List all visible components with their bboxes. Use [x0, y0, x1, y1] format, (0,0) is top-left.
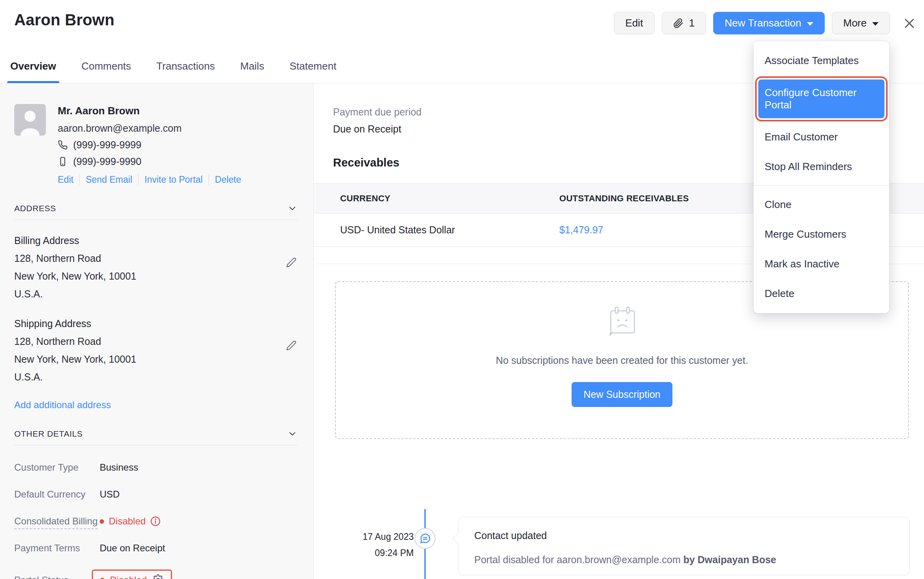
avatar	[14, 104, 46, 136]
consolidated-billing-label[interactable]: Consolidated Billing	[14, 516, 100, 527]
billing-address-line: U.S.A.	[14, 285, 297, 303]
payment-terms-value: Due on Receipt	[100, 543, 165, 554]
menu-divider	[754, 185, 889, 186]
payment-due-period-label: Payment due period	[333, 106, 422, 118]
other-details-section-title: OTHER DETAILS	[14, 429, 83, 439]
timeline-event-card: Contact updated Portal disabled for aaro…	[458, 517, 910, 575]
mobile-phone: (999)-999-9990	[73, 156, 141, 167]
status-dot	[100, 519, 104, 524]
shipping-address-block: Shipping Address 128, Northern Road New …	[14, 315, 297, 386]
tab-statement[interactable]: Statement	[289, 60, 337, 83]
chevron-down-icon	[807, 22, 813, 26]
menu-item-merge-customers[interactable]: Merge Customers	[754, 219, 889, 249]
shipping-address-line: New York, New York, 10001	[14, 350, 297, 368]
portal-status-value: Disabled	[110, 575, 147, 579]
send-email-link[interactable]: Send Email	[80, 174, 138, 185]
timeline-event-actor: by Dwaipayan Bose	[683, 554, 776, 565]
gear-icon[interactable]	[152, 574, 164, 579]
default-currency-value: USD	[100, 489, 120, 500]
default-currency-label: Default Currency	[14, 489, 100, 500]
shipping-address-line: 128, Northern Road	[14, 333, 297, 350]
phone-icon	[58, 140, 68, 150]
chevron-down-icon	[872, 22, 879, 26]
timeline-card-notch	[453, 533, 464, 544]
address-section-header[interactable]: ADDRESS	[14, 203, 297, 214]
contact-email: aaron.brown@example.com	[58, 123, 247, 134]
more-button-label: More	[843, 17, 867, 29]
tab-mails[interactable]: Mails	[239, 60, 265, 83]
customer-details-sidebar: Mr. Aaron Brown aaron.brown@example.com …	[0, 83, 314, 579]
attachment-count: 1	[689, 17, 695, 29]
invite-to-portal-link[interactable]: Invite to Portal	[138, 174, 208, 185]
billing-address-block: Billing Address 128, Northern Road New Y…	[14, 232, 297, 303]
tab-comments[interactable]: Comments	[81, 60, 132, 83]
address-section-title: ADDRESS	[14, 204, 56, 213]
consolidated-billing-row: Consolidated Billing Disabled	[14, 516, 297, 527]
portal-status-row: Portal Status Disabled	[14, 570, 297, 579]
menu-item-email-customer[interactable]: Email Customer	[754, 122, 889, 152]
close-icon[interactable]	[903, 17, 916, 30]
billing-address-title: Billing Address	[14, 232, 297, 250]
edit-button[interactable]: Edit	[614, 12, 655, 34]
contact-name: Mr. Aaron Brown	[58, 105, 247, 117]
shipping-address-title: Shipping Address	[14, 315, 297, 333]
payment-terms-label: Payment Terms	[14, 543, 100, 554]
outstanding-amount-link[interactable]: $1,479.97	[559, 224, 603, 236]
new-subscription-button[interactable]: New Subscription	[572, 382, 672, 407]
menu-item-stop-all-reminders[interactable]: Stop All Reminders	[754, 152, 889, 182]
tab-overview[interactable]: Overview	[9, 60, 57, 83]
empty-subscriptions-message: No subscriptions have been created for t…	[496, 355, 748, 366]
currency-column-header: CURRENCY	[314, 193, 559, 204]
tab-transactions[interactable]: Transactions	[155, 60, 216, 83]
pencil-icon[interactable]	[286, 257, 297, 268]
chevron-down-icon	[287, 429, 297, 439]
timeline-date: 17 Aug 2023	[322, 532, 414, 542]
new-transaction-label: New Transaction	[725, 17, 801, 29]
shipping-address-line: U.S.A.	[14, 368, 297, 386]
header-actions: Edit 1 New Transaction More	[614, 12, 916, 34]
tab-bar: Overview Comments Transactions Mails Sta…	[9, 60, 337, 83]
more-button[interactable]: More	[832, 12, 890, 34]
currency-cell: USD- United States Dollar	[314, 224, 559, 236]
new-transaction-button[interactable]: New Transaction	[713, 12, 825, 34]
menu-item-clone[interactable]: Clone	[754, 190, 889, 219]
divider	[14, 219, 297, 220]
billing-address-line: New York, New York, 10001	[14, 267, 297, 285]
portal-status-annotation: Disabled	[92, 570, 172, 579]
attachments-button[interactable]: 1	[662, 12, 706, 34]
menu-item-delete[interactable]: Delete	[754, 279, 889, 308]
consolidated-billing-value: Disabled	[109, 516, 146, 527]
edit-button-label: Edit	[625, 17, 643, 29]
contact-block: Mr. Aaron Brown aaron.brown@example.com …	[14, 104, 297, 185]
receivables-title: Receivables	[333, 156, 400, 169]
chevron-down-icon	[287, 203, 297, 214]
default-currency-row: Default Currency USD	[14, 489, 297, 500]
customer-type-row: Customer Type Business	[14, 462, 297, 473]
timeline-time: 09:24 PM	[322, 548, 414, 558]
more-dropdown-menu: Associate Templates Configure Customer P…	[754, 41, 889, 313]
contact-delete-link[interactable]: Delete	[208, 174, 247, 185]
work-phone: (999)-999-9999	[73, 139, 141, 151]
other-details-section-header[interactable]: OTHER DETAILS	[14, 429, 297, 439]
pencil-icon[interactable]	[286, 340, 297, 351]
comment-bubble-icon	[415, 528, 435, 549]
portal-status-label: Portal Status	[14, 575, 100, 579]
mobile-icon	[58, 157, 68, 167]
paperclip-icon	[673, 18, 684, 28]
customer-type-label: Customer Type	[14, 462, 100, 473]
menu-item-associate-templates[interactable]: Associate Templates	[754, 46, 889, 76]
menu-item-configure-customer-portal[interactable]: Configure Customer Portal	[758, 79, 884, 118]
payment-due-period-value: Due on Receipt	[333, 123, 401, 135]
outstanding-column-header: OUTSTANDING RECEIVABLES	[559, 193, 689, 204]
timeline-event-text: Portal disabled for aaron.brown@example.…	[474, 554, 680, 565]
add-additional-address-link[interactable]: Add additional address	[14, 399, 297, 411]
menu-item-mark-as-inactive[interactable]: Mark as Inactive	[754, 249, 889, 279]
contact-edit-link[interactable]: Edit	[58, 174, 80, 185]
info-icon[interactable]	[150, 516, 161, 526]
page-title: Aaron Brown	[14, 11, 114, 29]
payment-terms-row: Payment Terms Due on Receipt	[14, 543, 297, 554]
customer-type-value: Business	[100, 462, 138, 473]
sad-calendar-icon	[603, 303, 641, 341]
billing-address-line: 128, Northern Road	[14, 250, 297, 267]
divider	[14, 445, 297, 445]
